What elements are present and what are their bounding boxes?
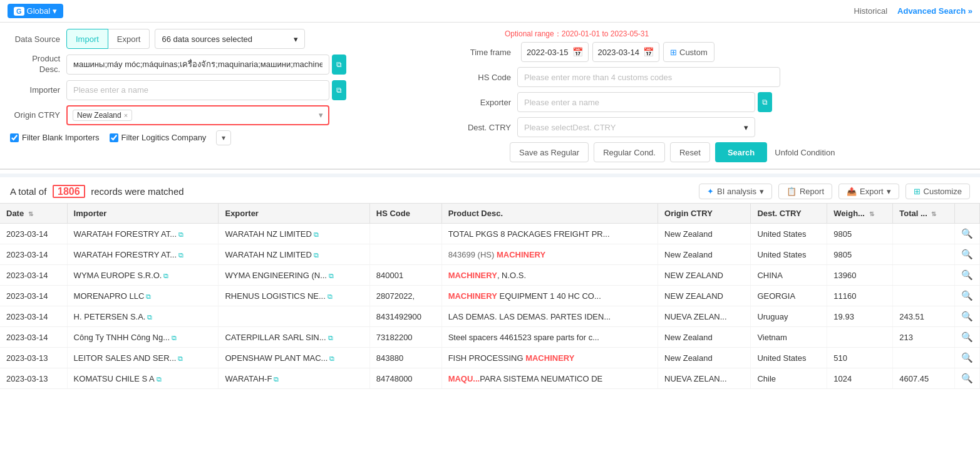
export-tab[interactable]: Export (108, 29, 150, 49)
cell-date: 2023-03-14 (0, 265, 67, 286)
cell-product-desc: Steel spacers 4461523 spare parts for c.… (441, 327, 658, 348)
filter-logistics-checkbox[interactable] (110, 133, 118, 142)
date-to-input[interactable]: 2023-03-14 📅 (592, 42, 660, 62)
cell-view-action[interactable]: 🔍 (955, 306, 980, 327)
filter-logistics-label[interactable]: Filter Logitics Company (110, 133, 207, 142)
product-desc-highlight: MACHINERY (525, 353, 574, 363)
custom-button[interactable]: ⊞ Custom (663, 42, 714, 62)
left-column: Data Source Import Export 66 data source… (10, 29, 448, 162)
filter-blank-importers-label[interactable]: Filter Blank Importers (10, 133, 100, 142)
calendar-to-icon: 📅 (643, 47, 654, 57)
product-desc-input[interactable] (66, 55, 329, 75)
collapse-button[interactable]: ▾ (216, 130, 231, 145)
search-button[interactable]: Search (715, 142, 767, 162)
cell-weight: 9805 (827, 224, 893, 244)
product-desc-copy-button[interactable]: ⧉ (332, 55, 346, 75)
cell-weight (827, 327, 893, 348)
importer-copy-icon[interactable]: ⧉ (146, 293, 151, 300)
reset-button[interactable]: Reset (670, 142, 710, 162)
col-product-desc[interactable]: Product Desc. (441, 204, 658, 224)
importer-copy-icon[interactable]: ⧉ (157, 375, 162, 383)
exporter-copy-icon[interactable]: ⧉ (314, 231, 319, 238)
cell-importer: KOMATSU CHILE S A⧉ (67, 368, 219, 389)
cell-date: 2023-03-14 (0, 224, 67, 244)
datasource-value: 66 data sources selected (162, 34, 252, 44)
export-button[interactable]: 📤 Export ▾ (838, 184, 899, 199)
origin-ctry-remove-icon[interactable]: × (124, 112, 128, 119)
importer-copy-icon[interactable]: ⧉ (172, 334, 177, 341)
search-panel: Data Source Import Export 66 data source… (0, 23, 980, 170)
col-weight[interactable]: Weigh... ⇅ (827, 204, 893, 224)
importer-input[interactable] (66, 80, 329, 100)
col-date[interactable]: Date ⇅ (0, 204, 67, 224)
dest-ctry-select[interactable]: Please selectDest. CTRY ▾ (517, 117, 755, 137)
results-count-text: A total of 1806 records were matched (10, 186, 184, 197)
date-from-input[interactable]: 2022-03-15 📅 (521, 42, 589, 62)
report-label: Report (800, 187, 824, 196)
exporter-copy-icon[interactable]: ⧉ (328, 334, 333, 341)
cell-product-desc: MACHINERY, N.O.S. (441, 265, 658, 286)
report-button[interactable]: 📋 Report (778, 184, 832, 199)
hs-code-input[interactable] (517, 67, 780, 87)
cell-product-desc: FISH PROCESSING MACHINERY (441, 348, 658, 368)
results-bar: A total of 1806 records were matched ✦ B… (0, 177, 980, 203)
col-importer[interactable]: Importer (67, 204, 219, 224)
bi-analysis-button[interactable]: ✦ BI analysis ▾ (699, 184, 772, 199)
exporter-copy-icon[interactable]: ⧉ (274, 375, 279, 383)
importer-copy-icon[interactable]: ⧉ (178, 355, 183, 362)
unfold-condition-link[interactable]: Unfold Condition (775, 148, 835, 157)
importer-copy-icon[interactable]: ⧉ (147, 313, 152, 321)
save-regular-button[interactable]: Save as Regular (510, 142, 589, 162)
global-button[interactable]: G Global ▾ (8, 4, 63, 18)
custom-icon: ⊞ (670, 48, 677, 57)
exporter-row: Exporter ⧉ (461, 92, 970, 112)
cell-view-action[interactable]: 🔍 (955, 348, 980, 368)
importer-copy-button[interactable]: ⧉ (332, 80, 346, 100)
importer-copy-icon[interactable]: ⧉ (163, 272, 168, 279)
data-source-label: Data Source (10, 34, 66, 44)
exporter-copy-icon[interactable]: ⧉ (329, 272, 334, 279)
cell-total (893, 286, 955, 306)
filter-blank-importers-checkbox[interactable] (10, 133, 19, 142)
cell-weight: 11160 (827, 286, 893, 306)
cell-exporter: RHENUS LOGISTICS NE...⧉ (219, 286, 369, 306)
customize-button[interactable]: ⊞ Customize (905, 184, 970, 199)
col-hs-code[interactable]: HS Code (369, 204, 441, 224)
dest-ctry-placeholder: Please selectDest. CTRY (524, 123, 616, 132)
col-dest-ctry[interactable]: Dest. CTRY (751, 204, 827, 224)
cell-view-action[interactable]: 🔍 (955, 224, 980, 244)
exporter-input[interactable] (517, 92, 755, 112)
historical-link[interactable]: Historical (854, 6, 887, 16)
cell-hs-code: 8431492900 (369, 306, 441, 327)
exporter-copy-button[interactable]: ⧉ (758, 92, 772, 112)
table-row: 2023-03-14 WARATAH FORESTRY AT...⧉ WARAT… (0, 244, 980, 265)
cell-view-action[interactable]: 🔍 (955, 286, 980, 306)
cell-weight: 1024 (827, 368, 893, 389)
cell-view-action[interactable]: 🔍 (955, 265, 980, 286)
import-tab[interactable]: Import (66, 29, 108, 49)
cell-hs-code: 73182200 (369, 327, 441, 348)
cell-importer: MORENAPRO LLC⧉ (67, 286, 219, 306)
exporter-copy-icon[interactable]: ⧉ (328, 293, 333, 300)
col-total[interactable]: Total ... ⇅ (893, 204, 955, 224)
advanced-search-link[interactable]: Advanced Search » (897, 6, 972, 16)
cell-view-action[interactable]: 🔍 (955, 368, 980, 389)
col-exporter[interactable]: Exporter (219, 204, 369, 224)
dest-ctry-row: Dest. CTRY Please selectDest. CTRY ▾ (461, 117, 970, 137)
origin-ctry-field[interactable]: New Zealand × ▾ (66, 105, 329, 125)
global-icon: G (14, 7, 24, 16)
importer-copy-icon[interactable]: ⧉ (178, 251, 183, 259)
cell-importer: Công Ty TNHH Công Ng...⧉ (67, 327, 219, 348)
origin-ctry-dropdown-icon[interactable]: ▾ (319, 110, 323, 120)
exporter-copy-icon[interactable]: ⧉ (314, 251, 319, 259)
header-bar: G Global ▾ Historical Advanced Search » (0, 0, 980, 23)
cell-hs-code: 28072022, (369, 286, 441, 306)
importer-copy-icon[interactable]: ⧉ (178, 231, 183, 238)
cell-view-action[interactable]: 🔍 (955, 327, 980, 348)
cell-view-action[interactable]: 🔍 (955, 244, 980, 265)
datasource-select[interactable]: 66 data sources selected ▾ (155, 29, 305, 49)
exporter-copy-icon[interactable]: ⧉ (329, 355, 334, 362)
product-desc-row: Product Desc. ⧉ (10, 54, 436, 75)
regular-cond-button[interactable]: Regular Cond. (594, 142, 665, 162)
col-origin-ctry[interactable]: Origin CTRY (658, 204, 751, 224)
